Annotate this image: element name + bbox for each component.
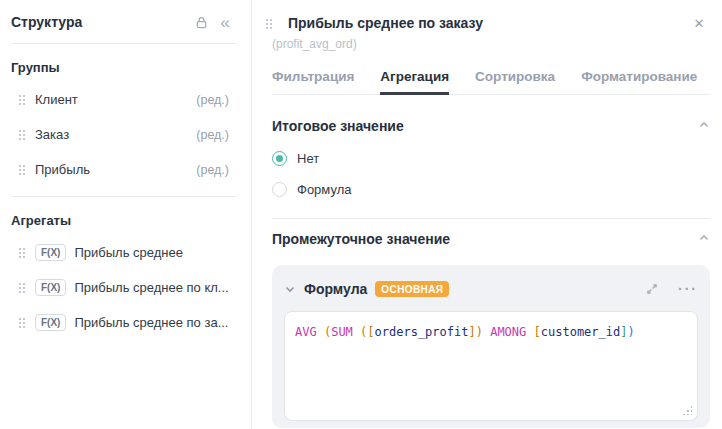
formula-card-header: Формула ОСНОВНАЯ ··· <box>284 277 698 301</box>
collapse-glyph: « <box>220 14 229 31</box>
panel-title: Прибыль среднее по заказу <box>288 15 688 31</box>
chevron-down-icon[interactable] <box>284 283 296 295</box>
list-item-group-client[interactable]: Клиент (ред.) <box>11 89 237 110</box>
total-value-title: Итоговое значение <box>272 118 404 134</box>
aggregate-item-label: Прибыль среднее по за... <box>74 315 237 330</box>
drag-handle-icon[interactable] <box>18 282 26 293</box>
chevron-up-icon[interactable] <box>698 117 710 135</box>
aggregates-section-title: Агрегаты <box>11 213 237 228</box>
collapse-sidebar-icon[interactable]: « <box>213 10 237 34</box>
formula-fx-badge: F(X) <box>35 314 66 331</box>
tab-bar: Фильтрация Агрегация Сортировка Форматир… <box>272 60 710 95</box>
sidebar-divider <box>11 196 237 197</box>
total-value-section-header: Итоговое значение <box>272 117 710 135</box>
list-item-aggregate-3[interactable]: F(X) Прибыль среднее по за... <box>11 312 237 333</box>
formula-fx-badge: F(X) <box>35 279 66 296</box>
radio-icon[interactable] <box>272 182 287 197</box>
section-divider <box>272 218 710 219</box>
more-options-icon[interactable]: ··· <box>678 282 698 296</box>
field-id-subtitle: (profit_avg_ord) <box>272 37 710 51</box>
tab-aggregation[interactable]: Агрегация <box>380 60 449 94</box>
list-item-group-profit[interactable]: Прибыль (ред.) <box>11 159 237 180</box>
drag-handle-icon[interactable] <box>18 317 26 328</box>
edit-link[interactable]: (ред.) <box>196 163 229 177</box>
drag-handle-icon[interactable] <box>18 164 26 175</box>
formula-fx-badge: F(X) <box>35 244 66 261</box>
aggregate-item-label: Прибыль среднее по кл... <box>74 280 237 295</box>
tab-sorting[interactable]: Сортировка <box>475 60 555 94</box>
intermediate-value-title: Промежуточное значение <box>272 231 450 247</box>
formula-card: Формула ОСНОВНАЯ ··· AVG (SUM ([orders_p… <box>272 265 710 428</box>
expand-icon[interactable] <box>640 277 664 301</box>
drag-handle-icon[interactable] <box>18 247 26 258</box>
field-editor-window: Структура « Группы Клиент (ред.) Заказ (… <box>0 0 722 429</box>
radio-option-formula[interactable]: Формула <box>272 182 710 197</box>
edit-link[interactable]: (ред.) <box>196 93 229 107</box>
list-item-group-order[interactable]: Заказ (ред.) <box>11 124 237 145</box>
formula-code[interactable]: AVG (SUM ([orders_profit]) AMONG [custom… <box>295 324 687 341</box>
resize-handle-icon[interactable] <box>682 405 692 415</box>
aggregate-item-label: Прибыль среднее <box>74 245 237 260</box>
structure-sidebar: Структура « Группы Клиент (ред.) Заказ (… <box>0 0 252 429</box>
radio-label: Нет <box>297 151 319 166</box>
tab-formatting[interactable]: Форматирование <box>581 60 697 94</box>
field-settings-panel: Прибыль среднее по заказу ✕ (profit_avg_… <box>252 0 722 429</box>
panel-header: Прибыль среднее по заказу ✕ <box>258 12 710 34</box>
formula-card-title: Формула <box>304 281 367 297</box>
drag-handle-icon[interactable] <box>18 129 26 140</box>
radio-label: Формула <box>297 182 351 197</box>
sidebar-title: Структура <box>11 14 189 30</box>
radio-option-none[interactable]: Нет <box>272 151 710 166</box>
basic-badge: ОСНОВНАЯ <box>375 281 449 297</box>
drag-handle-icon[interactable] <box>18 94 26 105</box>
close-icon[interactable]: ✕ <box>688 12 710 34</box>
sidebar-divider <box>11 43 237 44</box>
drag-handle-icon[interactable] <box>265 18 273 29</box>
lock-icon[interactable] <box>189 10 213 34</box>
list-item-aggregate-2[interactable]: F(X) Прибыль среднее по кл... <box>11 277 237 298</box>
radio-icon[interactable] <box>272 151 287 166</box>
sidebar-header: Структура « <box>11 10 237 34</box>
close-glyph: ✕ <box>694 16 705 31</box>
list-item-aggregate-1[interactable]: F(X) Прибыль среднее <box>11 242 237 263</box>
tab-filtering[interactable]: Фильтрация <box>272 60 354 94</box>
group-item-label: Заказ <box>35 127 196 142</box>
formula-editor[interactable]: AVG (SUM ([orders_profit]) AMONG [custom… <box>284 311 698 421</box>
group-item-label: Прибыль <box>35 162 196 177</box>
groups-section-title: Группы <box>11 60 237 75</box>
intermediate-value-section-header: Промежуточное значение <box>272 230 710 248</box>
group-item-label: Клиент <box>35 92 196 107</box>
edit-link[interactable]: (ред.) <box>196 128 229 142</box>
chevron-up-icon[interactable] <box>698 230 710 248</box>
